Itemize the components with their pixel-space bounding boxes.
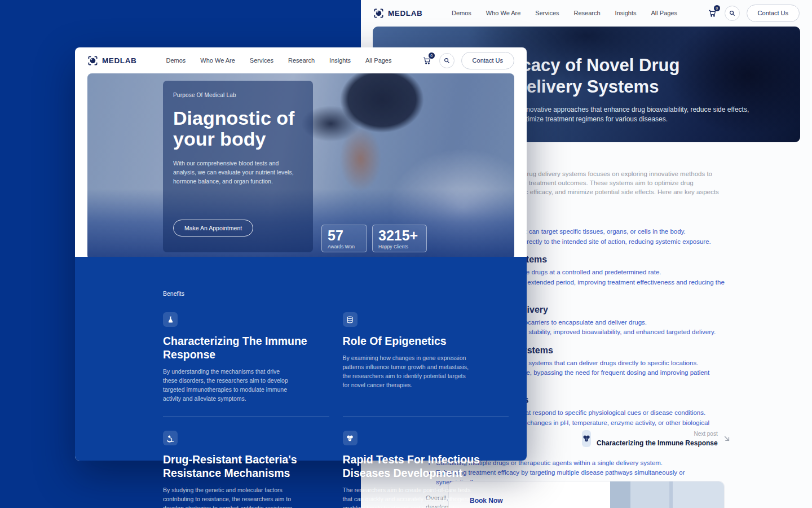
nav-item-demos[interactable]: Demos [452, 10, 471, 16]
medlab-logo-icon [87, 55, 98, 66]
stat-label: Happy Clients [378, 244, 421, 249]
stat-awards: 57 Awards Won [321, 225, 367, 252]
benefit-card-epigenetics: Role Of Epigenetics By examining how cha… [343, 312, 509, 417]
design-canvas: MEDLAB Demos Who We Are Services Researc… [0, 0, 812, 508]
search-button[interactable] [725, 6, 740, 21]
benefit-title: Rapid Tests For Infectious Diseases Deve… [343, 453, 509, 480]
microscope-icon [166, 434, 175, 443]
nav-item-who-we-are[interactable]: Who We Are [200, 57, 235, 64]
logo[interactable]: MEDLAB [87, 55, 136, 66]
nav-item-insights[interactable]: Insights [615, 10, 637, 16]
search-icon [729, 10, 735, 16]
next-post-label: Next post [597, 431, 718, 437]
cart-count-badge: 0 [714, 5, 720, 11]
benefit-description: By understanding the mechanisms that dri… [163, 367, 294, 403]
benefits-label: Benefits [163, 290, 509, 297]
stat-clients: 3215+ Happy Clients [372, 225, 427, 252]
search-button[interactable] [439, 53, 454, 68]
benefit-card-rapid-tests: Rapid Tests For Infectious Diseases Deve… [343, 417, 509, 508]
benefits-grid: Characterizing The Immune Response By un… [163, 312, 509, 508]
nav-item-research[interactable]: Research [574, 10, 601, 16]
hero-eyebrow: Purpose Of Medical Lab [173, 92, 303, 98]
nav-item-services[interactable]: Services [250, 57, 273, 64]
front-page: MEDLAB Demos Who We Are Services Researc… [75, 47, 527, 461]
back-nav: Demos Who We Are Services Research Insig… [422, 10, 706, 16]
stat-label: Awards Won [328, 244, 361, 249]
nav-item-demos[interactable]: Demos [166, 57, 186, 64]
back-header: MEDLAB Demos Who We Are Services Researc… [361, 0, 812, 26]
logo[interactable]: MEDLAB [373, 8, 422, 19]
next-post-link[interactable]: Next post Characterizing the Immune Resp… [582, 430, 726, 447]
cart-icon[interactable]: 0 [421, 55, 433, 66]
benefit-description: By studying the genetic and molecular fa… [163, 485, 294, 508]
flask-icon [166, 316, 175, 324]
front-header: MEDLAB Demos Who We Are Services Researc… [75, 47, 527, 73]
contact-us-button[interactable]: Contact Us [747, 5, 800, 22]
benefit-card-immune-response: Characterizing The Immune Response By un… [163, 312, 329, 417]
brand-name: MEDLAB [102, 56, 136, 65]
book-now-image [610, 481, 724, 508]
benefit-title: Role Of Epigenetics [343, 334, 509, 348]
arrow-down-right-icon [723, 435, 730, 442]
search-icon [444, 58, 450, 64]
stat-value: 3215+ [378, 227, 421, 243]
benefit-description: The researchers aim to create point-of-c… [343, 485, 474, 508]
back-header-actions: 0 Contact Us [707, 5, 800, 22]
contact-us-button[interactable]: Contact Us [461, 52, 514, 69]
benefit-icon-box [343, 431, 358, 445]
home-hero-image: Purpose Of Medical Lab Diagnostic of you… [87, 73, 514, 260]
make-appointment-button[interactable]: Make An Appointment [173, 220, 253, 237]
nav-item-insights[interactable]: Insights [329, 57, 351, 64]
stack-icon [346, 316, 354, 324]
cart-count-badge: 0 [429, 52, 435, 59]
front-nav: Demos Who We Are Services Research Insig… [136, 57, 421, 64]
cells-icon [346, 434, 354, 443]
nav-item-services[interactable]: Services [535, 10, 559, 16]
benefit-icon-box [163, 431, 178, 445]
next-post-thumbnail [582, 430, 591, 447]
front-header-actions: 0 Contact Us [421, 52, 514, 69]
benefit-description: By examining how changes in gene express… [343, 353, 474, 389]
cells-icon [582, 434, 591, 443]
nav-item-who-we-are[interactable]: Who We Are [486, 10, 521, 16]
next-post-text: Next post Characterizing the Immune Resp… [597, 431, 718, 447]
medlab-logo-icon [373, 8, 384, 19]
cart-icon[interactable]: 0 [707, 7, 718, 19]
benefit-title: Characterizing The Immune Response [163, 334, 329, 361]
hero-title: Diagnostic of your body [173, 108, 303, 150]
brand-name: MEDLAB [388, 9, 422, 17]
next-post-title: Characterizing the Immune Response [597, 439, 718, 447]
benefits-section: Benefits Characterizing The Immune Respo… [75, 257, 527, 461]
benefit-icon-box [163, 312, 178, 327]
benefit-title: Drug-Resistant Bacteria's Resistance Mec… [163, 453, 329, 480]
hero-overlay-panel: Purpose Of Medical Lab Diagnostic of you… [163, 81, 313, 252]
hero-description: With our comprehensive blood tests and a… [173, 159, 294, 186]
stat-value: 57 [328, 227, 361, 243]
nav-item-research[interactable]: Research [288, 57, 315, 64]
benefit-card-drug-resistant: Drug-Resistant Bacteria's Resistance Mec… [163, 417, 329, 508]
nav-item-all-pages[interactable]: All Pages [651, 10, 677, 16]
nav-item-all-pages[interactable]: All Pages [365, 57, 391, 64]
benefit-icon-box [343, 312, 358, 327]
